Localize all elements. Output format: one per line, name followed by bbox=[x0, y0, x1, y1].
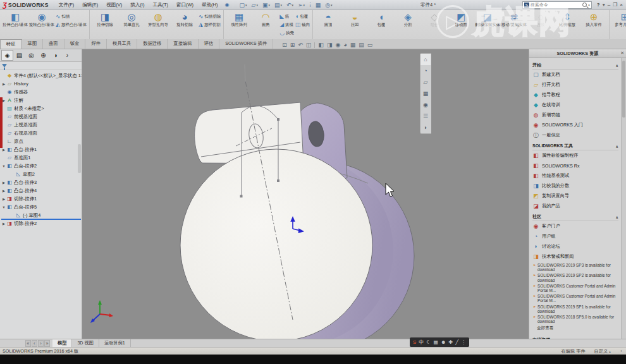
hide-show-items-icon[interactable]: ◉ bbox=[335, 41, 340, 49]
view-palette-tab[interactable]: ▦ bbox=[420, 88, 431, 99]
extruded-boss-button[interactable]: ◧拉伸凸台/基体 bbox=[2, 11, 28, 36]
tab-特征[interactable]: 特征 bbox=[0, 39, 22, 49]
indent-button[interactable]: ◒压凹 bbox=[341, 11, 368, 36]
doc-tab-3D 视图[interactable]: 3D 视图 bbox=[72, 339, 99, 347]
taskpane-pin-icon[interactable]: ✕ bbox=[620, 51, 624, 56]
news-item-3[interactable]: ▸SOLIDWORKS Customer Portal and Admin Po… bbox=[534, 294, 618, 303]
pin-icon[interactable]: ◉ bbox=[221, 2, 232, 8]
general-information-link[interactable]: ⓘ一般信息 bbox=[532, 130, 618, 140]
shell-button[interactable]: ◡抽壳 bbox=[279, 29, 294, 37]
view-orientation-icon[interactable]: ◧ bbox=[318, 41, 324, 49]
user-groups-link[interactable]: ◔用户组 bbox=[532, 231, 618, 241]
lofted-boss-button[interactable]: ◭放样凸台/基体 bbox=[56, 21, 87, 28]
compare-score-link[interactable]: ◨比较我的分数 bbox=[532, 181, 618, 191]
open-document-link[interactable]: ▱打开文档 bbox=[532, 80, 618, 90]
select-button[interactable]: ➢▾ bbox=[296, 1, 307, 9]
taskpane-section-header-0[interactable]: 开始∧ bbox=[532, 61, 618, 70]
insert-part-button[interactable]: ⊕插入零件 bbox=[580, 11, 607, 36]
tree-item-origin[interactable]: ∟原点 bbox=[0, 137, 82, 145]
help-dropdown-icon[interactable]: ▾ bbox=[603, 2, 605, 8]
my-products-link[interactable]: ◪我的产品 bbox=[532, 201, 618, 211]
expand-arrow[interactable]: ▶ bbox=[1, 222, 6, 226]
forum-tab[interactable]: ◗ bbox=[420, 122, 431, 133]
news-item-4[interactable]: ▸SOLIDWORKS 2019 SP1 is available for do… bbox=[534, 305, 618, 313]
help-button[interactable]: ? bbox=[597, 2, 600, 8]
contacts-icon[interactable]: ☻ bbox=[441, 339, 446, 346]
tree-item-history[interactable]: ▶▱History bbox=[0, 80, 82, 88]
doc-tab-模型[interactable]: 模型 bbox=[52, 339, 72, 347]
tech-alerts-news-link[interactable]: ◨技术警戒和新闻 bbox=[532, 252, 618, 262]
news-item-5[interactable]: ▸SOLIDWORKS 2018 SP5.0 is available for … bbox=[534, 315, 618, 324]
reference-geometry-button[interactable]: ⊞参考几何体 bbox=[611, 11, 626, 36]
more-tabs-arrow[interactable]: › bbox=[61, 50, 73, 61]
move-face-button[interactable]: ◩移动面 bbox=[448, 11, 474, 36]
close-button[interactable]: × bbox=[620, 2, 623, 8]
custom-properties-tab[interactable]: ☰ bbox=[420, 111, 431, 122]
dropdown-arrow-icon[interactable]: ▾ bbox=[304, 3, 305, 7]
swept-cut-button[interactable]: ∿扫描切除 bbox=[199, 13, 221, 20]
apply-scene-icon[interactable]: ▦ bbox=[350, 41, 356, 49]
tree-item-sensors[interactable]: ◉传感器 bbox=[0, 88, 82, 96]
tree-item-cut-extrude2[interactable]: ▶◨切除-拉伸2 bbox=[0, 219, 82, 228]
hole-wizard-button[interactable]: ◍异型孔向导 bbox=[145, 11, 171, 36]
filter-funnel-icon[interactable] bbox=[2, 64, 7, 68]
moon-icon[interactable]: ☾ bbox=[426, 339, 431, 346]
scale-button[interactable]: ⇕比例缩放 bbox=[554, 11, 580, 36]
mirror-button[interactable]: ◫镜向 bbox=[295, 21, 310, 28]
tab-SOLIDWORKS 插件[interactable]: SOLIDWORKS 插件 bbox=[219, 39, 273, 49]
options-button[interactable]: ◎▾ bbox=[323, 1, 334, 9]
simple-hole-button[interactable]: ◎简单直孔 bbox=[118, 11, 145, 36]
online-training-link[interactable]: ◆在线培训 bbox=[532, 100, 618, 110]
search-icon[interactable] bbox=[582, 3, 587, 7]
tab-焊件[interactable]: 焊件 bbox=[85, 39, 107, 49]
rib-button[interactable]: ◣筋 bbox=[279, 13, 294, 20]
restore-button[interactable]: ❐ bbox=[613, 2, 617, 8]
propertymanager-tab[interactable]: ▤ bbox=[13, 50, 25, 61]
sogou-input-icon[interactable]: S bbox=[413, 339, 416, 346]
dome-button[interactable]: ◓圆顶 bbox=[315, 11, 341, 36]
tab-数据迁移[interactable]: 数据迁移 bbox=[137, 39, 168, 49]
dropdown-arrow-icon[interactable]: ▾ bbox=[268, 3, 270, 7]
resources-tab[interactable]: ⌂ bbox=[420, 54, 431, 65]
menu-item-4[interactable]: 工具(T) bbox=[149, 1, 172, 9]
undo-button[interactable]: ↶▾ bbox=[285, 1, 295, 9]
revolved-boss-button[interactable]: ◉旋转凸台/基体 bbox=[28, 11, 55, 36]
tab-nav-2[interactable]: › bbox=[38, 340, 44, 347]
move-copy-bodies-button[interactable]: ⇄移动/复制实体 bbox=[501, 11, 527, 36]
wrap-button[interactable]: ◖包覆 bbox=[295, 13, 310, 20]
expand-arrow[interactable]: ▶ bbox=[1, 148, 6, 152]
design-library-tab[interactable]: ◔ bbox=[420, 65, 431, 76]
menu-item-6[interactable]: 帮助(H) bbox=[198, 1, 221, 9]
tree-item-front-plane[interactable]: ▱前视基准面 bbox=[0, 112, 82, 121]
tab-评估[interactable]: 评估 bbox=[199, 39, 220, 49]
tree-item-sketch2[interactable]: ◺草图2 bbox=[0, 170, 82, 178]
discussion-forum-link[interactable]: ◗讨论论坛 bbox=[532, 241, 618, 252]
view-all-link[interactable]: 全部查看 bbox=[537, 325, 618, 331]
dropdown-arrow-icon[interactable]: ▾ bbox=[280, 3, 282, 7]
view-settings-icon[interactable]: ▤ bbox=[359, 41, 364, 49]
introducing-solidworks-link[interactable]: ◉SOLIDWORKS 入门 bbox=[532, 120, 618, 130]
tab-直接编辑[interactable]: 直接编辑 bbox=[168, 39, 198, 49]
tab-钣金[interactable]: 钣金 bbox=[64, 39, 86, 49]
monitor-icon[interactable]: ▭ bbox=[367, 41, 373, 49]
tree-scrollbar[interactable] bbox=[78, 144, 81, 173]
linear-pattern-button[interactable]: ▦线性阵列 bbox=[226, 11, 252, 36]
chinese-mode-icon[interactable]: 中 bbox=[419, 339, 424, 346]
expand-arrow[interactable]: ▶ bbox=[1, 82, 6, 86]
taskpane-scrollbar[interactable] bbox=[621, 58, 626, 339]
tab-nav-3[interactable]: » bbox=[44, 340, 50, 347]
tree-item-boss-extrude4[interactable]: ▶◧凸台-拉伸4 bbox=[0, 186, 82, 195]
property-tab-builder-link[interactable]: ◧属性标签编制程序 bbox=[532, 150, 618, 161]
tree-item-annotations[interactable]: ▶A注解 bbox=[0, 96, 82, 104]
file-explorer-tab[interactable]: ▱ bbox=[420, 76, 431, 88]
customer-portal-link[interactable]: ◉客户门户 bbox=[532, 221, 618, 231]
lofted-cut-button[interactable]: ◮放样切割 bbox=[199, 21, 221, 28]
fillet-button[interactable]: ◠圆角 bbox=[252, 11, 279, 36]
revolved-cut-button[interactable]: ◕旋转切除 bbox=[171, 11, 198, 36]
expand-arrow[interactable]: ▶ bbox=[1, 181, 6, 185]
menu-item-3[interactable]: 插入(I) bbox=[126, 1, 148, 9]
tab-曲面[interactable]: 曲面 bbox=[43, 39, 64, 49]
new-document-button[interactable]: ▢▾ bbox=[237, 1, 249, 9]
split-button[interactable]: ◈分割 bbox=[395, 11, 421, 36]
doc-tab-运动算例1[interactable]: 运动算例1 bbox=[99, 339, 131, 347]
